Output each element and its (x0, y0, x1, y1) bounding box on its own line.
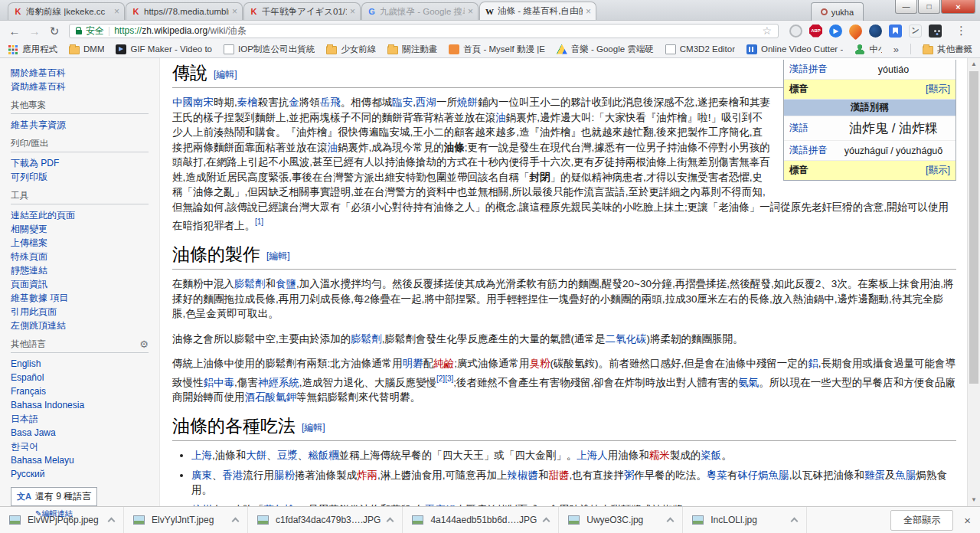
back-button[interactable]: ← (6, 25, 23, 37)
wiki-link[interactable]: 腸粉 (274, 469, 295, 481)
sidebar-link[interactable]: 靜態連結 (11, 263, 149, 277)
katakana-icon[interactable]: ン (909, 25, 922, 38)
infobox-label[interactable]: 漢語拼音 (789, 63, 837, 76)
sidebar-link[interactable]: Basa Jawa (11, 426, 149, 440)
edit-section-link[interactable]: [編輯] (302, 422, 325, 433)
reload-button[interactable]: ↻ (46, 25, 63, 37)
bookmark-item[interactable]: 關注動畫 (387, 44, 437, 55)
wiki-link[interactable]: 膨鬆劑 (234, 278, 266, 289)
wiki-link[interactable]: 粵菜 (707, 469, 727, 481)
scroll-down-arrow[interactable]: ▼ (968, 494, 980, 506)
infobox-label[interactable]: 漢語拼音 (789, 144, 837, 157)
bookmark-star-icon[interactable]: ☆ (762, 25, 772, 37)
minimize-button[interactable]: — (895, 0, 917, 14)
sidebar-link[interactable]: 維基數據 項目 (11, 291, 149, 305)
forward-button[interactable]: → (26, 25, 43, 37)
download-chevron-icon[interactable] (791, 518, 799, 525)
sidebar-link[interactable]: Bahasa Indonesia (11, 398, 149, 412)
download-chevron-icon[interactable] (232, 518, 240, 525)
tab-close-icon[interactable]: × (586, 7, 591, 16)
flame-icon[interactable] (846, 21, 864, 40)
bookmark-item[interactable]: DMM (69, 44, 104, 54)
reference-link[interactable]: [1] (255, 217, 263, 226)
infobox-value[interactable]: [顯示] (926, 83, 950, 96)
sidebar-link[interactable]: 可列印版 (11, 170, 149, 184)
adblock-plus-icon[interactable]: ABP (809, 25, 822, 38)
download-item[interactable]: IncLOLl.jpg (683, 507, 807, 533)
wiki-link[interactable]: 西湖 (416, 96, 436, 108)
bookmark-item[interactable]: GIF Maker - Video to (116, 44, 212, 54)
sidebar-link[interactable]: Русский (11, 467, 149, 481)
wiki-link[interactable]: 膨鬆劑 (351, 333, 382, 345)
tab-close-icon[interactable]: × (468, 7, 473, 16)
wiki-link[interactable]: 廣東 (191, 469, 212, 481)
infobox-value[interactable]: [顯示] (926, 164, 950, 177)
close-button[interactable]: × (941, 0, 975, 14)
wiki-link[interactable]: 辣椒醬 (508, 469, 539, 481)
wiki-link[interactable]: 油 (328, 142, 338, 153)
download-item[interactable]: 4a144aedb51bb6d….JPG (403, 507, 559, 533)
bookmark-item[interactable]: Online Video Cutter - (746, 44, 843, 54)
bookmark-item[interactable]: 少女前線 (326, 44, 376, 55)
wiki-redlink[interactable]: 臭粉 (530, 358, 550, 369)
sidebar-link[interactable]: English (11, 357, 149, 371)
edit-section-link[interactable]: [編輯] (214, 69, 237, 80)
wiki-link[interactable]: 杭州 (191, 504, 212, 507)
wiki-link[interactable]: 平底鍋 (425, 504, 456, 507)
bookmark-item[interactable]: 首頁 - Myself 動漫 |E (449, 44, 545, 55)
sidebar-link[interactable]: 한국어 (11, 440, 149, 453)
gear-icon[interactable]: ⚙ (139, 338, 149, 350)
sidebar-link[interactable]: 關於維基百科 (11, 66, 149, 80)
wiki-link[interactable]: 砵仔焗魚腸 (737, 469, 789, 481)
browser-tab[interactable]: Khttps//78.media.tumblr.co× (126, 2, 243, 20)
download-chevron-icon[interactable] (387, 518, 394, 525)
wiki-redlink[interactable]: 純鹼 (433, 358, 454, 369)
edit-interlanguage-links[interactable]: ✎編輯連結 (35, 508, 159, 519)
sidebar-link[interactable]: Bahasa Melayu (11, 453, 149, 467)
sidebar-link[interactable]: 上傳檔案 (11, 236, 149, 250)
wiki-redlink[interactable]: 糯米 (649, 450, 670, 461)
globe-icon[interactable] (869, 25, 882, 38)
tab-close-icon[interactable]: × (232, 7, 237, 16)
other-bookmarks-button[interactable]: 其他書籤 (923, 44, 972, 55)
wiki-link[interactable]: 香港 (223, 469, 243, 481)
wiki-link[interactable]: 魚腸 (896, 469, 916, 481)
dark-app-icon[interactable] (929, 25, 942, 38)
wiki-link[interactable]: 臨安 (392, 96, 413, 108)
bookmark-item[interactable]: 音樂 - Google 雲端硬 (557, 44, 654, 55)
profile-button[interactable]: yukha (811, 2, 864, 21)
sidebar-link[interactable]: 左側跳頂連結 (11, 319, 149, 332)
restore-button[interactable]: □ (918, 0, 940, 14)
wiki-link[interactable]: 燒餅 (457, 96, 478, 108)
scrollbar-thumb[interactable] (969, 71, 978, 384)
bookmark-item[interactable]: 中小企業網路大學校 (854, 44, 882, 55)
browser-tab[interactable]: G九歲懷孕 - Google 搜尋× (361, 2, 479, 20)
tab-close-icon[interactable]: × (350, 7, 355, 16)
more-languages-button[interactable]: 文A 還有 9 種語言 (11, 487, 97, 506)
wiki-link[interactable]: 二氧化碳 (606, 333, 647, 345)
address-bar[interactable]: 安全 | https://zh.wikipedia.org/wiki/油条 ☆ (69, 24, 779, 38)
wiki-link[interactable]: 明礬 (403, 358, 423, 369)
bookmark-item[interactable]: CM3D2 Editor (665, 44, 735, 54)
wiki-link[interactable]: 上海 (191, 450, 212, 461)
edit-section-link[interactable]: [編輯] (266, 250, 290, 261)
wiki-link[interactable]: 氨氣 (738, 376, 759, 387)
wiki-link[interactable]: 油 (495, 112, 506, 123)
bookmark-item[interactable]: IOP制造公司出貨統 (224, 44, 315, 55)
wiki-link[interactable]: 神經系統 (258, 376, 299, 387)
wiki-redlink[interactable]: 甜醬 (549, 469, 570, 481)
bookmark-item[interactable]: 應用程式 (8, 44, 57, 55)
infobox-label[interactable]: 漢語 (789, 122, 837, 135)
wiki-link[interactable]: 食鹽 (276, 278, 296, 289)
wiki-link[interactable]: 雞蛋 (864, 469, 885, 481)
download-item[interactable]: c1fdaf34dac479b3….JPG (248, 507, 403, 533)
wiki-link[interactable]: 鋁 (808, 358, 818, 369)
wiki-link[interactable]: 上海人 (577, 450, 608, 461)
wiki-link[interactable]: 糍飯糰 (308, 450, 339, 461)
browser-tab[interactable]: K千年戦争アイギス01/17× (243, 2, 361, 20)
chrome-menu-icon[interactable]: ⋮ (949, 24, 974, 38)
wiki-link[interactable]: 蔥包檜 (264, 504, 296, 507)
reference-link[interactable]: [2][3] (436, 374, 453, 383)
gray-circle-icon[interactable] (789, 25, 802, 38)
sidebar-link[interactable]: 連結至此的頁面 (11, 208, 149, 222)
